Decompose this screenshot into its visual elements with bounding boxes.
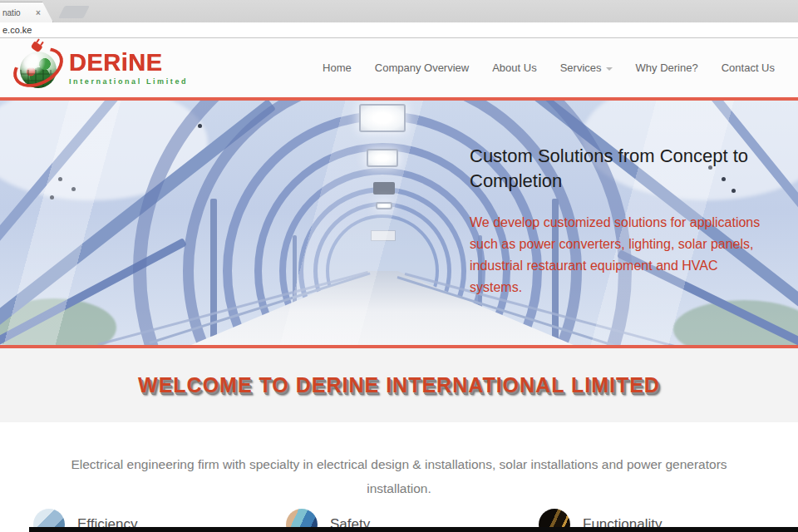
hero-ceiling-light [367, 149, 398, 167]
nav-item-services[interactable]: Services [560, 62, 613, 74]
intro-section: Electrical engineering firm with special… [0, 422, 798, 532]
nav-item-why-derine[interactable]: Why Derine? [636, 62, 698, 74]
chevron-down-icon [606, 67, 613, 71]
new-tab-button[interactable] [58, 6, 90, 18]
browser-toolbar: e.co.ke [0, 22, 798, 38]
browser-tabstrip: natio × [0, 0, 798, 22]
browser-tab[interactable]: natio × [0, 2, 53, 22]
intro-text: Electrical engineering firm with special… [54, 452, 744, 500]
bottom-dark-strip [29, 527, 798, 532]
globe-plug-logo-icon [13, 45, 62, 91]
tab-title: natio [2, 8, 34, 17]
company-logo[interactable]: DERiNE International Limited [13, 45, 188, 91]
hero-ceiling-light [376, 202, 392, 209]
hero-bolt-dot [71, 187, 76, 191]
nav-item-contact-us[interactable]: Contact Us [722, 62, 775, 74]
hero-bolt-dot [58, 177, 62, 181]
hero-description: We develop customized solutions for appl… [470, 212, 766, 298]
hero-heading: Custom Solutions from Concept to Complet… [470, 144, 766, 194]
welcome-section: WELCOME TO DERINE INTERNATIONAL LIMITED [0, 348, 798, 422]
close-icon[interactable]: × [36, 8, 41, 17]
nav-item-company-overview[interactable]: Company Overview [375, 62, 469, 74]
logo-tagline: International Limited [69, 77, 188, 86]
browser-window: natio × e.co.ke DERiNE International Lim… [0, 0, 798, 532]
welcome-heading: WELCOME TO DERINE INTERNATIONAL LIMITED [138, 373, 660, 397]
hero-sign-board [371, 230, 396, 241]
url-bar[interactable]: e.co.ke [0, 25, 32, 35]
main-navigation: Home Company Overview About Us Services … [323, 62, 775, 74]
nav-item-home[interactable]: Home [323, 62, 352, 74]
logo-name: DERiNE [69, 51, 188, 75]
hero-bolt-dot [50, 195, 54, 200]
site-header: DERiNE International Limited Home Compan… [0, 38, 798, 97]
nav-item-about-us[interactable]: About Us [492, 62, 536, 74]
hero-banner: Custom Solutions from Concept to Complet… [0, 101, 798, 345]
hero-fixture-box [373, 182, 395, 195]
hero-text-block: Custom Solutions from Concept to Complet… [470, 144, 766, 298]
hero-ceiling-light [359, 104, 406, 132]
hero-bolt-dot [198, 124, 202, 128]
